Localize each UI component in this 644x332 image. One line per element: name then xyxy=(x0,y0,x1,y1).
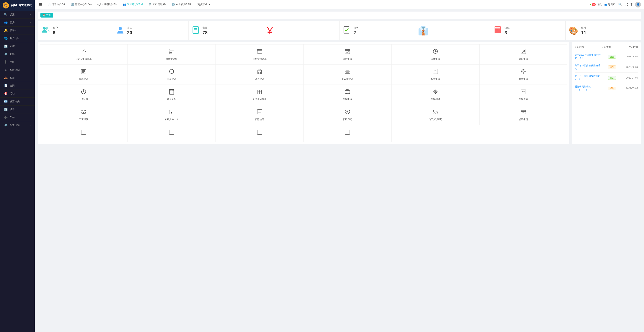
app-grid-container: 自定义申请表单 普通报销单 差旅费报销单 请假申请 调休申请 外出申请 加班申请… xyxy=(38,42,569,144)
ann-type-3: 公告 xyxy=(604,76,620,80)
app-item-outing[interactable]: 外出申请 xyxy=(479,44,568,65)
app-item-leave[interactable]: 请假申请 xyxy=(303,44,392,65)
app-item-more3[interactable] xyxy=(216,125,304,142)
home-breadcrumb[interactable]: 🏠 首页 xyxy=(40,13,53,18)
nav-tab-daily[interactable]: 📄 日常办公OA xyxy=(45,0,68,9)
app-item-expense_report[interactable]: 普通报销单 xyxy=(128,44,216,65)
app-item-vehicle_scrap[interactable]: 车辆报废 xyxy=(40,105,128,125)
user-avatar[interactable]: 👤 xyxy=(635,2,641,8)
sidebar-item-address[interactable]: 🌐 客户地址 xyxy=(0,34,35,42)
custom_form-label: 自定义申请表单 xyxy=(76,58,92,61)
app-item-office_supply[interactable]: 办公用品领用 xyxy=(216,84,304,105)
app-item-overtime_rest[interactable]: 调休申请 xyxy=(391,44,480,65)
stat-customers-label: 客户 xyxy=(53,26,58,30)
ann-title-2[interactable]: 关于年终奖提前发放的通知！ xyxy=(575,64,604,70)
fullscreen-button[interactable]: ⛶ xyxy=(625,3,628,6)
invoice_header-icon: 📧 xyxy=(4,100,8,103)
sidebar-item-invoice[interactable]: 🔄 发票 xyxy=(0,106,35,114)
font-button[interactable]: T xyxy=(630,3,632,6)
sidebar-item-contacts[interactable]: 🔔 联系人 xyxy=(0,26,35,34)
expense_report-icon xyxy=(168,48,175,56)
sidebar-item-opportunity[interactable]: ⚙️ 商机 xyxy=(0,50,35,58)
ann-title-1[interactable]: 关于2023年调薪申请的通知！！！！ xyxy=(575,53,604,60)
sidebar-item-repayment[interactable]: 📤 回款 xyxy=(0,74,35,82)
search-button[interactable]: 🔍 xyxy=(618,3,622,6)
stat-materials-info: 物料 11 xyxy=(581,26,586,36)
app-item-overtime[interactable]: 加班申请 xyxy=(40,64,128,85)
ann-type-1: 公告 xyxy=(604,55,620,58)
archive_borrow-icon xyxy=(256,109,263,116)
sidebar-item-team[interactable]: ➕ 团队 xyxy=(0,58,35,66)
app-item-hotel[interactable]: 酒店申请 xyxy=(216,64,304,85)
app-item-business_trip[interactable]: 出差申请 xyxy=(128,64,216,85)
sidebar-item-product[interactable]: ➕ 产品 xyxy=(0,114,35,121)
main-area: ☰ 📄 日常办公OA 🔄 流程中心FLOW 💬 人事管理HRM 👥 客户维护CR… xyxy=(35,0,644,332)
app-item-regularize[interactable]: 转正申请 xyxy=(479,105,568,125)
messages-label: 消息 xyxy=(596,3,602,6)
sidebar-item-activity[interactable]: 🎯 活动 xyxy=(0,90,35,98)
app-item-more1[interactable] xyxy=(40,125,128,142)
app-item-vehicle_apply[interactable]: 车辆申请 xyxy=(303,84,392,105)
app-item-more2[interactable] xyxy=(128,125,216,142)
nav-tab-crm[interactable]: 👥 客户维护CRM xyxy=(120,0,146,9)
sidebar-item-revisit[interactable]: 🔄 回访 xyxy=(0,42,35,50)
stat-materials[interactable]: 🎨 物料 11 xyxy=(566,22,641,40)
app-item-travel_expense[interactable]: 差旅费报销单 xyxy=(216,44,304,65)
svg-rect-65 xyxy=(169,110,174,111)
vehicle_scrap-icon xyxy=(80,109,87,116)
app-item-vehicle_maintain[interactable]: 车辆保养 xyxy=(479,84,568,105)
stat-employees[interactable]: 员工 20 xyxy=(113,22,189,40)
stat-orders-label: 订单 xyxy=(504,26,510,30)
sidebar-item-contract[interactable]: 📄 合同 xyxy=(0,82,35,90)
meeting_room-label: 会议室申请 xyxy=(342,78,353,81)
sidebar-label-related_promo: 相关促销 xyxy=(10,124,28,127)
hamburger-button[interactable]: ☰ xyxy=(38,1,43,8)
stat-tasks[interactable]: 任务 7 xyxy=(340,22,415,40)
app-item-archive_upload[interactable]: 档案文件上传 xyxy=(128,105,216,125)
stat-ties[interactable]: 👔 xyxy=(415,22,490,40)
hrm-tab-label: 人事管理HRM xyxy=(102,3,118,6)
stat-customers[interactable]: 客户 6 xyxy=(38,22,113,40)
nav-tab-am[interactable]: 📋 档案管理AM xyxy=(146,0,169,9)
nav-tab-hrm[interactable]: 💬 人事管理HRM xyxy=(95,0,120,9)
nav-tab-more[interactable]: 更多菜单 ▼ xyxy=(194,0,214,9)
app-item-more4[interactable] xyxy=(303,125,392,142)
revisit-icon: 🔄 xyxy=(4,44,8,48)
messages-button[interactable]: ● 41 消息 xyxy=(590,3,602,6)
stat-orders[interactable]: 订单 3 xyxy=(490,22,566,40)
sidebar-item-repayment_plan[interactable]: ¥ 回款计划 xyxy=(0,66,35,74)
overtime-icon xyxy=(80,68,87,76)
svg-point-12 xyxy=(83,49,84,51)
ann-title-4[interactable]: 通知明天加班略~！！！！！ xyxy=(575,85,604,92)
app-item-meeting_room[interactable]: 会议室申请 xyxy=(303,64,392,85)
app-item-vehicle_repair[interactable]: 车辆维修 xyxy=(391,84,480,105)
work_plan-label: 工作计划 xyxy=(79,98,88,101)
stat-money[interactable]: ¥ xyxy=(264,22,340,40)
app-item-archive_return[interactable]: 档案归还 xyxy=(303,105,392,125)
address-book-button[interactable]: 👥 通讯录 xyxy=(604,3,616,6)
breadcrumb: 🏠 首页 xyxy=(38,12,641,19)
clues-icon: 🔍 xyxy=(4,13,8,16)
ann-date-1: 2023-06-04 xyxy=(620,55,638,58)
app-item-task_assign[interactable]: PDF 任务分配 xyxy=(128,84,216,105)
svg-point-41 xyxy=(522,70,524,72)
app-item-custom_form[interactable]: 自定义申请表单 xyxy=(40,44,128,65)
ann-title-3[interactable]: 关于五一假期的放假通知~！！！！ xyxy=(575,74,604,81)
orders-icon xyxy=(494,26,502,36)
app-item-work_plan[interactable]: 工作计划 xyxy=(40,84,128,105)
sidebar-item-invoice_header[interactable]: 📧 发票抬头 xyxy=(0,98,35,106)
app-item-ticket[interactable]: 车票申请 xyxy=(391,64,480,85)
stat-approvals[interactable]: 审批 78 xyxy=(188,22,264,40)
nav-tab-flow[interactable]: 🔄 流程中心FLOW xyxy=(68,0,95,9)
app-item-seal[interactable]: 公章申请 xyxy=(479,64,568,85)
app-item-archive_borrow[interactable]: 档案借阅 xyxy=(216,105,304,125)
address-icon: 🌐 xyxy=(4,36,8,40)
sidebar-item-related_promo[interactable]: ⚙️ 相关促销 ∨ xyxy=(0,121,35,129)
nav-tab-erp[interactable]: ⚙️ 企业资源ERP xyxy=(169,0,194,9)
business_trip-label: 出差申请 xyxy=(167,78,176,81)
vehicle_maintain-icon xyxy=(520,88,526,96)
app-item-employee_onboard[interactable]: 员工入职登记 xyxy=(391,105,480,125)
svg-rect-68 xyxy=(257,110,262,114)
sidebar-item-customers[interactable]: 👥 客户 ∨ xyxy=(0,19,35,26)
sidebar-item-clues[interactable]: 🔍 线索 ∨ xyxy=(0,11,35,19)
